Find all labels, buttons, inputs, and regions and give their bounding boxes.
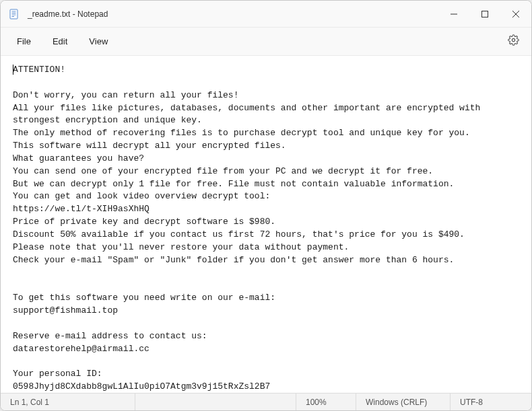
maximize-button[interactable] — [469, 1, 500, 28]
menubar: File Edit View — [1, 28, 531, 56]
text-editor-area[interactable]: ATTENTION! Don't worry, you can return a… — [1, 56, 531, 393]
close-button[interactable] — [500, 1, 531, 28]
notepad-window: _readme.txt - Notepad File Edit View ATT… — [0, 0, 532, 411]
statusbar: Ln 1, Col 1 100% Windows (CRLF) UTF-8 — [1, 393, 531, 410]
titlebar: _readme.txt - Notepad — [1, 1, 531, 28]
status-zoom[interactable]: 100% — [296, 394, 356, 410]
menu-file[interactable]: File — [7, 32, 40, 50]
gear-icon — [508, 34, 519, 48]
status-line-ending[interactable]: Windows (CRLF) — [356, 394, 451, 410]
minimize-button[interactable] — [438, 1, 469, 28]
document-text: ATTENTION! Don't worry, you can return a… — [13, 65, 486, 391]
svg-rect-0 — [10, 9, 18, 19]
menu-edit[interactable]: Edit — [43, 32, 77, 50]
svg-point-9 — [512, 38, 514, 41]
status-position: Ln 1, Col 1 — [1, 394, 135, 410]
notepad-app-icon — [9, 9, 20, 20]
status-encoding[interactable]: UTF-8 — [451, 394, 531, 410]
window-title: _readme.txt - Notepad — [28, 9, 108, 19]
svg-rect-6 — [482, 11, 488, 17]
menu-view[interactable]: View — [79, 32, 117, 50]
settings-button[interactable] — [502, 30, 525, 53]
